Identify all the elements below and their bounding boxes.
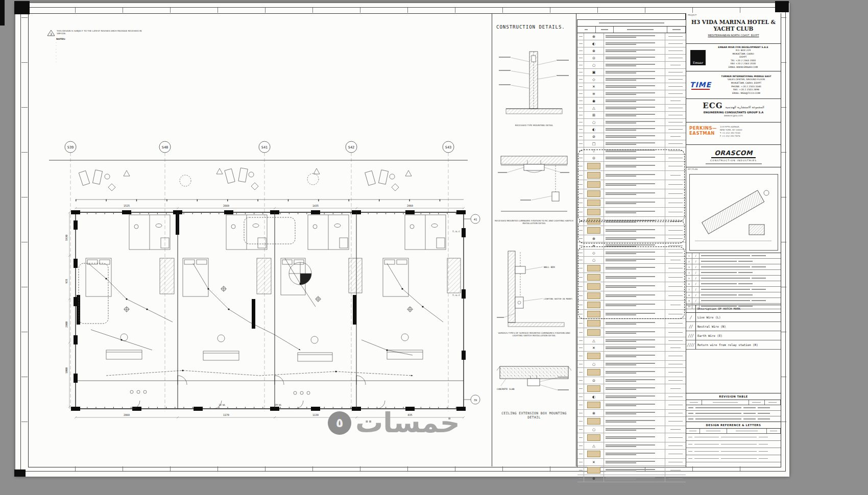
design-reference-row (686, 441, 781, 448)
fixture-thumbnail (587, 265, 600, 271)
legend-symbol: ▣ (584, 433, 604, 442)
svg-text:39: 39 (474, 399, 477, 402)
legend-symbol: ◐ (584, 199, 604, 207)
svg-text:41: 41 (474, 218, 477, 221)
svg-text:2860: 2860 (124, 413, 130, 416)
svg-text:1435: 1435 (312, 204, 319, 207)
svg-text:S42: S42 (348, 145, 355, 150)
legend-symbol: ○ (584, 328, 604, 337)
legend-row: ✕ (577, 83, 686, 90)
fixture-thumbnail (587, 329, 600, 336)
legend-symbol: ⊙ (584, 180, 604, 189)
legend-row: ◉ (577, 171, 686, 180)
svg-text:S43: S43 (445, 145, 452, 150)
svg-text:2060: 2060 (407, 204, 413, 207)
legend-symbol: ◉ (584, 264, 604, 273)
legend-symbol: □ (584, 217, 604, 226)
legend-symbol: ⊙ (584, 291, 604, 300)
general-notes: 3 THIS DESIGN IS SUBJECT TO THE LATEST R… (47, 30, 147, 64)
legend-row: ⊙ (577, 180, 686, 189)
project-label: PROJECT (688, 14, 696, 16)
detail-fig-recessed-luminaire (496, 151, 572, 217)
corner-clip-bottom-left (14, 469, 26, 477)
notes-list (47, 41, 147, 64)
hatch-rows: ╱ Live Wire (L) ╱╱ Neutral Wire (N) ╱╱╱ … (686, 313, 781, 350)
legend-symbol: ⊙ (584, 55, 604, 61)
note-item (58, 44, 140, 47)
svg-text:1525: 1525 (124, 204, 130, 207)
fixture-thumbnail (587, 218, 600, 225)
ecg-name: ENGINEERING CONSULTANTS GROUP S.A (686, 111, 781, 114)
legend-row: △ (577, 105, 686, 112)
ecg-section: ECG المجموعة الاستشارية الهندسية ENGINEE… (686, 99, 781, 122)
legend-symbol: ▣ (584, 273, 604, 282)
legend-row: ◐ (577, 40, 686, 47)
legend-symbol: ▣ (584, 69, 604, 76)
legend-symbol: ⊞ (584, 189, 604, 198)
legend-row: ⊞ (577, 189, 686, 199)
detail-caption-4: CEILING EXTENSION BOX MOUNTING DETAIL (494, 411, 574, 419)
svg-text:S41: S41 (261, 145, 268, 150)
legend-symbol: ✕ (584, 83, 604, 90)
legend-row: ⊕ (577, 235, 686, 242)
legend-row: ≡ (577, 90, 686, 97)
design-reference-rows (686, 434, 781, 462)
orascom-logo: ORASCOM (711, 149, 756, 158)
fixture-thumbnail (587, 434, 600, 441)
design-reference-title: DESIGN REFERENCE & LETTERS (686, 422, 781, 429)
legend-symbol: ⊕ (584, 33, 604, 40)
legend-symbol: ⊗ (584, 47, 604, 54)
details-title: CONSTRUCTION DETAILS. (496, 24, 565, 30)
emaar-section: Emaar EMAAR MISR FOR DEVELOPMENT S.A.E P… (686, 44, 781, 71)
svg-text:1130: 1130 (312, 413, 319, 416)
watermark-text: خمسات (355, 409, 460, 437)
legend-symbol: ◐ (584, 393, 604, 400)
svg-text:t.u.c: t.u.c (452, 230, 460, 233)
emaar-address: EMAAR MISR FOR DEVELOPMENT S.A.E P.O. BO… (706, 46, 781, 69)
legend-symbol: ○ (584, 208, 604, 216)
legend-symbol: ⊗ (584, 226, 604, 235)
ecg-logo: ECG (703, 101, 722, 110)
perkins-eastman-section: PERKINS—EASTMAN 115 FIFTH AVENUE,NEW YOR… (686, 122, 781, 145)
divider-details-legend (576, 13, 576, 466)
socket-ticks (78, 214, 461, 408)
emaar-logo: Emaar (690, 50, 706, 65)
fixture-thumbnail (587, 283, 600, 290)
exterior-walls (76, 212, 464, 409)
legend-row: ▣ (577, 368, 686, 377)
hatch-row: ╱╱╱ Earth Wire (E) (686, 331, 781, 340)
legend-row: ◐ (577, 393, 686, 401)
legend-symbol: ⊘ (584, 319, 604, 328)
edge-artifact-left (0, 0, 5, 26)
svg-text:S39: S39 (67, 145, 74, 150)
key-plan-section: KEY PLAN (686, 167, 781, 253)
legend-row: ◐ (577, 466, 686, 475)
legend-row: ⊞ (577, 384, 686, 393)
fixture-thumbnail (587, 181, 600, 188)
wire-hatch-symbol: ╱╱╱╱ (686, 340, 696, 349)
legend-row: ✕ (577, 344, 686, 352)
svg-text:ID-WL: ID-WL (219, 404, 226, 406)
perkins-eastman-logo: PERKINS—EASTMAN (689, 126, 717, 144)
notes-intro: THIS DESIGN IS SUBJECT TO THE LATEST REV… (57, 30, 142, 36)
key-plan-box (689, 174, 778, 251)
legend-symbol: ◇ (584, 250, 604, 256)
perkins-eastman-address: 115 FIFTH AVENUE,NEW YORK, NY 10003 T. +… (720, 126, 742, 144)
fixture-thumbnail (587, 320, 600, 327)
design-reference-table: DESIGN REFERENCE & LETTERS (686, 422, 781, 466)
legend-symbol: ○ (584, 257, 604, 263)
drawing-sheet: S39 S40 S41 S42 S43 (15, 3, 789, 477)
fixture-thumbnail (587, 200, 600, 206)
legend-row: ▣ (577, 433, 686, 442)
notes-heading: NOTES: (56, 38, 147, 41)
orascom-subtitle: CONSTRUCTION INDUSTRIES (686, 159, 781, 162)
legend-rows: ⊕ ◐ ⊗ ⊙ ○ (577, 33, 686, 482)
legend-row: ≡ (577, 242, 686, 250)
fixture-thumbnail (587, 467, 600, 474)
time-address: TURNER INTERNATIONAL MIDDLE EAST SALES C… (712, 75, 781, 95)
legend-row: ⊕ (577, 33, 686, 40)
legend-row: ◉ (577, 264, 686, 273)
legend-row: ◐ (577, 126, 686, 133)
svg-text:t.u.c: t.u.c (452, 293, 460, 296)
legend-row: ⊗ (577, 226, 686, 235)
